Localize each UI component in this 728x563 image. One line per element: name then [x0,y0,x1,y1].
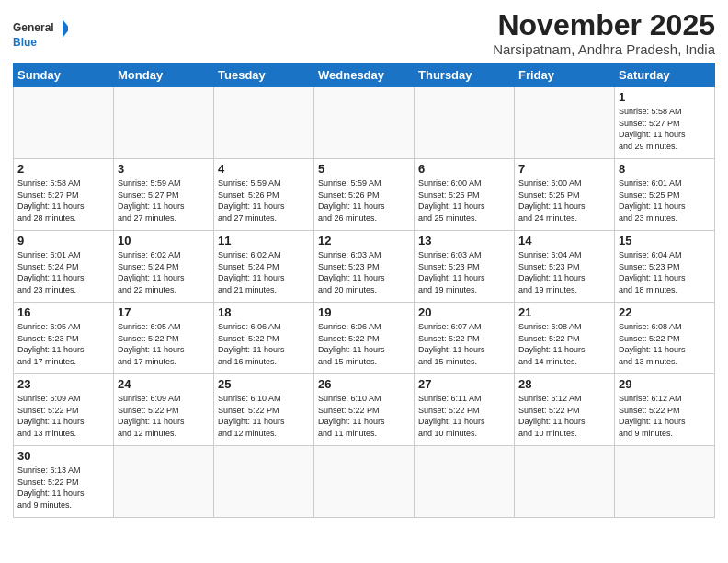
calendar-cell: 27Sunrise: 6:11 AM Sunset: 5:22 PM Dayli… [415,374,515,446]
calendar-row: 30Sunrise: 6:13 AM Sunset: 5:22 PM Dayli… [14,446,715,518]
logo-svg: General Blue [13,15,68,52]
day-info: Sunrise: 6:03 AM Sunset: 5:23 PM Dayligh… [318,249,410,295]
day-info: Sunrise: 5:58 AM Sunset: 5:27 PM Dayligh… [619,106,711,152]
day-info: Sunrise: 6:05 AM Sunset: 5:23 PM Dayligh… [17,321,109,367]
day-info: Sunrise: 5:58 AM Sunset: 5:27 PM Dayligh… [17,178,109,224]
day-info: Sunrise: 6:03 AM Sunset: 5:23 PM Dayligh… [418,249,510,295]
calendar-cell: 7Sunrise: 6:00 AM Sunset: 5:25 PM Daylig… [515,159,615,231]
calendar-cell: 23Sunrise: 6:09 AM Sunset: 5:22 PM Dayli… [14,374,114,446]
calendar-cell: 1Sunrise: 5:58 AM Sunset: 5:27 PM Daylig… [615,87,715,159]
calendar-cell: 18Sunrise: 6:06 AM Sunset: 5:22 PM Dayli… [214,303,314,374]
header-thursday: Thursday [415,63,515,87]
calendar-cell: 28Sunrise: 6:12 AM Sunset: 5:22 PM Dayli… [515,374,615,446]
calendar: Sunday Monday Tuesday Wednesday Thursday… [13,63,715,518]
calendar-cell: 2Sunrise: 5:58 AM Sunset: 5:27 PM Daylig… [14,159,114,231]
day-number: 13 [418,234,510,247]
day-number: 5 [318,162,410,176]
day-number: 29 [619,377,711,391]
calendar-cell: 30Sunrise: 6:13 AM Sunset: 5:22 PM Dayli… [14,446,114,518]
calendar-cell: 24Sunrise: 6:09 AM Sunset: 5:22 PM Dayli… [114,374,214,446]
day-info: Sunrise: 6:09 AM Sunset: 5:22 PM Dayligh… [118,393,210,439]
day-info: Sunrise: 6:10 AM Sunset: 5:22 PM Dayligh… [218,393,310,439]
calendar-cell: 25Sunrise: 6:10 AM Sunset: 5:22 PM Dayli… [214,374,314,446]
calendar-cell: 20Sunrise: 6:07 AM Sunset: 5:22 PM Dayli… [415,303,515,374]
day-number: 21 [518,305,610,319]
day-number: 10 [118,234,210,247]
calendar-cell [515,87,615,159]
day-number: 26 [318,377,410,391]
header-tuesday: Tuesday [214,63,314,87]
calendar-cell: 29Sunrise: 6:12 AM Sunset: 5:22 PM Dayli… [615,374,715,446]
location-title: Narsipatnam, Andhra Pradesh, India [493,41,715,57]
calendar-cell: 13Sunrise: 6:03 AM Sunset: 5:23 PM Dayli… [415,231,515,303]
calendar-cell [114,446,214,518]
calendar-cell: 8Sunrise: 6:01 AM Sunset: 5:25 PM Daylig… [615,159,715,231]
weekday-header-row: Sunday Monday Tuesday Wednesday Thursday… [14,63,715,87]
day-number: 23 [17,377,109,391]
day-number: 2 [17,162,109,176]
calendar-cell: 10Sunrise: 6:02 AM Sunset: 5:24 PM Dayli… [114,231,214,303]
calendar-cell: 15Sunrise: 6:04 AM Sunset: 5:23 PM Dayli… [615,231,715,303]
month-title: November 2025 [493,9,715,41]
calendar-cell [415,87,515,159]
day-info: Sunrise: 6:00 AM Sunset: 5:25 PM Dayligh… [418,178,510,224]
calendar-cell: 21Sunrise: 6:08 AM Sunset: 5:22 PM Dayli… [515,303,615,374]
day-number: 4 [218,162,310,176]
day-number: 11 [218,234,310,247]
day-number: 9 [17,234,109,247]
day-number: 15 [619,234,711,247]
day-info: Sunrise: 5:59 AM Sunset: 5:26 PM Dayligh… [318,178,410,224]
day-number: 3 [118,162,210,176]
day-info: Sunrise: 6:05 AM Sunset: 5:22 PM Dayligh… [118,321,210,367]
calendar-cell [14,87,114,159]
day-info: Sunrise: 6:10 AM Sunset: 5:22 PM Dayligh… [318,393,410,439]
svg-text:Blue: Blue [13,36,37,49]
calendar-cell [314,87,415,159]
day-number: 27 [418,377,510,391]
header-monday: Monday [114,63,214,87]
day-number: 16 [17,305,109,319]
calendar-cell: 12Sunrise: 6:03 AM Sunset: 5:23 PM Dayli… [314,231,415,303]
day-info: Sunrise: 6:06 AM Sunset: 5:22 PM Dayligh… [218,321,310,367]
calendar-cell: 17Sunrise: 6:05 AM Sunset: 5:22 PM Dayli… [114,303,214,374]
day-number: 12 [318,234,410,247]
calendar-cell [515,446,615,518]
header-wednesday: Wednesday [314,63,415,87]
day-info: Sunrise: 6:12 AM Sunset: 5:22 PM Dayligh… [619,393,711,439]
day-number: 24 [118,377,210,391]
day-info: Sunrise: 6:08 AM Sunset: 5:22 PM Dayligh… [518,321,610,367]
header-sunday: Sunday [14,63,114,87]
day-number: 6 [418,162,510,176]
calendar-cell: 6Sunrise: 6:00 AM Sunset: 5:25 PM Daylig… [415,159,515,231]
logo: General Blue [13,15,68,52]
calendar-row: 23Sunrise: 6:09 AM Sunset: 5:22 PM Dayli… [14,374,715,446]
calendar-cell: 4Sunrise: 5:59 AM Sunset: 5:26 PM Daylig… [214,159,314,231]
day-info: Sunrise: 6:02 AM Sunset: 5:24 PM Dayligh… [118,249,210,295]
day-info: Sunrise: 6:06 AM Sunset: 5:22 PM Dayligh… [318,321,410,367]
day-info: Sunrise: 6:13 AM Sunset: 5:22 PM Dayligh… [17,465,109,511]
calendar-cell: 11Sunrise: 6:02 AM Sunset: 5:24 PM Dayli… [214,231,314,303]
calendar-row: 16Sunrise: 6:05 AM Sunset: 5:23 PM Dayli… [14,303,715,374]
day-number: 7 [518,162,610,176]
svg-text:General: General [13,21,54,34]
day-info: Sunrise: 6:04 AM Sunset: 5:23 PM Dayligh… [619,249,711,295]
day-number: 1 [619,90,711,104]
day-info: Sunrise: 6:01 AM Sunset: 5:24 PM Dayligh… [17,249,109,295]
day-info: Sunrise: 6:11 AM Sunset: 5:22 PM Dayligh… [418,393,510,439]
day-number: 17 [118,305,210,319]
day-info: Sunrise: 6:02 AM Sunset: 5:24 PM Dayligh… [218,249,310,295]
day-info: Sunrise: 5:59 AM Sunset: 5:26 PM Dayligh… [218,178,310,224]
day-info: Sunrise: 6:09 AM Sunset: 5:22 PM Dayligh… [17,393,109,439]
svg-marker-2 [63,19,68,38]
day-number: 20 [418,305,510,319]
day-info: Sunrise: 6:08 AM Sunset: 5:22 PM Dayligh… [619,321,711,367]
calendar-cell: 16Sunrise: 6:05 AM Sunset: 5:23 PM Dayli… [14,303,114,374]
calendar-cell: 14Sunrise: 6:04 AM Sunset: 5:23 PM Dayli… [515,231,615,303]
calendar-row: 9Sunrise: 6:01 AM Sunset: 5:24 PM Daylig… [14,231,715,303]
day-number: 19 [318,305,410,319]
calendar-cell [214,87,314,159]
day-number: 30 [17,449,109,463]
calendar-row: 1Sunrise: 5:58 AM Sunset: 5:27 PM Daylig… [14,87,715,159]
calendar-row: 2Sunrise: 5:58 AM Sunset: 5:27 PM Daylig… [14,159,715,231]
day-number: 22 [619,305,711,319]
